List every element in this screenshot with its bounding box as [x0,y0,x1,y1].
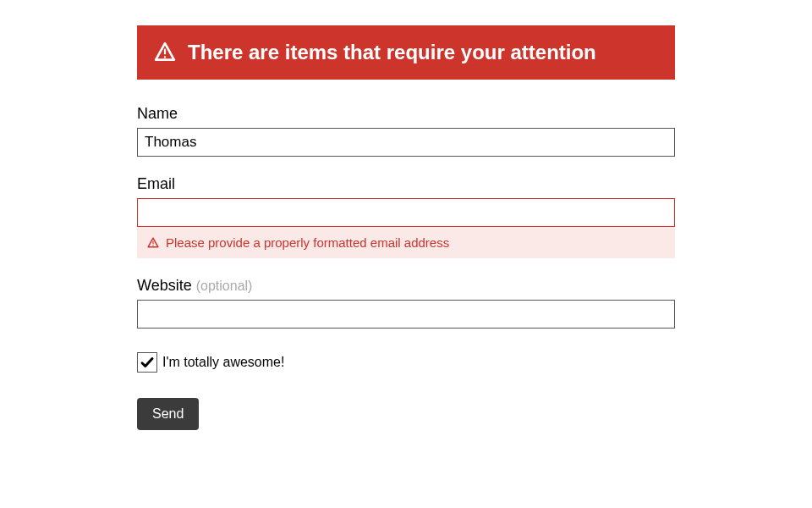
website-field-group: Website (optional) [137,277,675,329]
website-input[interactable] [137,300,675,329]
alert-banner: There are items that require your attent… [137,25,675,80]
svg-rect-3 [152,245,153,246]
email-field-group: Email Please provide a properly formatte… [137,175,675,258]
website-label: Website (optional) [137,277,675,295]
website-optional-text: (optional) [196,279,253,293]
email-input[interactable] [137,198,675,227]
email-error-text: Please provide a properly formatted emai… [166,235,449,250]
name-input[interactable] [137,128,675,157]
svg-rect-0 [164,49,166,54]
email-error-message: Please provide a properly formatted emai… [137,227,675,258]
alert-message: There are items that require your attent… [188,41,596,64]
awesome-checkbox-label: I'm totally awesome! [162,355,284,370]
name-field-group: Name [137,105,675,157]
warning-icon [154,41,176,64]
svg-rect-1 [164,56,166,58]
name-label: Name [137,105,675,123]
send-button[interactable]: Send [137,398,199,430]
website-label-text: Website [137,277,192,294]
awesome-checkbox-row: I'm totally awesome! [137,352,675,373]
awesome-checkbox[interactable] [137,352,157,373]
email-label: Email [137,175,675,193]
warning-icon [147,237,159,249]
check-icon [140,355,155,370]
svg-rect-2 [152,240,153,244]
